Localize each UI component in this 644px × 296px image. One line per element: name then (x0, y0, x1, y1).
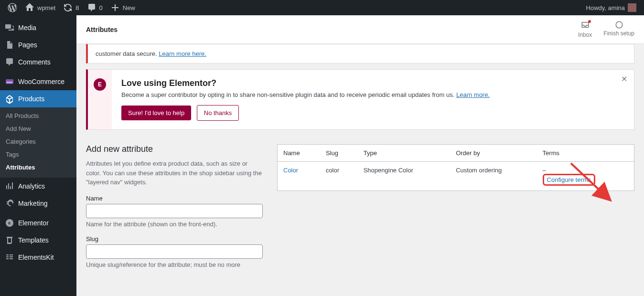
pages-icon (5, 40, 14, 50)
page-title: Attributes (86, 26, 118, 33)
elementor-learn-more-link[interactable]: Learn more. (456, 91, 490, 98)
th-name: Name (278, 145, 320, 162)
slug-label: Slug (86, 235, 263, 243)
elementor-accept-button[interactable]: Sure! I'd love to help (121, 106, 191, 120)
content-area: Attributes Inbox Finish setup customer d… (76, 15, 644, 296)
elementor-notice: E Love using Elementor? Become a super c… (86, 69, 634, 130)
site-name: wpmet (37, 4, 55, 11)
submenu-add-new[interactable]: Add New (0, 122, 76, 135)
products-submenu: All Products Add New Categories Tags Att… (0, 107, 76, 178)
templates-icon (5, 235, 14, 245)
elementor-close-button[interactable]: ✕ (621, 74, 627, 84)
configure-terms-highlight: Configure terms (543, 174, 595, 186)
submenu-tags[interactable]: Tags (0, 148, 76, 161)
configure-terms-link[interactable]: Configure terms (547, 176, 591, 183)
avatar (628, 3, 636, 12)
plus-icon (110, 3, 120, 12)
th-type: Type (358, 145, 450, 162)
products-icon (5, 94, 14, 104)
submenu-categories[interactable]: Categories (0, 135, 76, 148)
new-content-link[interactable]: New (107, 0, 139, 15)
updates-count: 8 (75, 4, 79, 11)
updates-link[interactable]: 8 (59, 0, 83, 15)
woocommerce-icon: woo (5, 77, 14, 86)
security-notice: customer data secure. Learn more here. (86, 44, 634, 63)
howdy-text: Howdy, amina (586, 4, 625, 11)
admin-bar: wpmet 8 0 New Howdy, amina (0, 0, 644, 15)
sidebar-item-products[interactable]: Products (0, 90, 76, 107)
new-label: New (123, 4, 135, 11)
attr-slug: color (320, 162, 358, 191)
elementor-decline-button[interactable]: No thanks (197, 105, 239, 121)
attr-terms-dash: – (543, 167, 546, 174)
slug-help: Unique slug/reference for the attribute;… (86, 261, 263, 269)
comments-link[interactable]: 0 (83, 0, 107, 15)
submenu-all-products[interactable]: All Products (0, 109, 76, 122)
elementor-desc: Become a super contributor by opting in … (121, 91, 624, 98)
attributes-table-wrap: Name Slug Type Order by Terms Color colo… (277, 144, 634, 191)
attributes-table: Name Slug Type Order by Terms Color colo… (277, 144, 634, 191)
elementor-icon: E (5, 218, 14, 228)
form-intro: Attributes let you define extra product … (86, 159, 263, 187)
comment-icon (87, 3, 97, 12)
circle-icon (615, 21, 623, 29)
home-icon (25, 3, 34, 12)
svg-text:woo: woo (6, 81, 12, 84)
table-row: Color color Shopengine Color Custom orde… (278, 162, 634, 191)
sidebar-item-comments[interactable]: Comments (0, 53, 76, 71)
wordpress-icon (8, 3, 17, 12)
content-topbar: Attributes Inbox Finish setup (76, 15, 644, 44)
sidebar-item-elementskit[interactable]: ElementsKit (0, 249, 76, 266)
name-input[interactable] (86, 204, 263, 218)
name-label: Name (86, 195, 263, 202)
refresh-icon (63, 3, 73, 12)
site-name-link[interactable]: wpmet (21, 0, 59, 15)
elementor-strip: E (88, 70, 112, 129)
finish-setup-button[interactable]: Finish setup (603, 21, 634, 38)
inbox-icon (581, 21, 590, 29)
wp-logo-menu[interactable] (4, 0, 21, 15)
form-heading: Add new attribute (86, 144, 263, 154)
my-account[interactable]: Howdy, amina (582, 0, 640, 15)
elementskit-icon (5, 253, 14, 262)
elementor-title: Love using Elementor? (121, 78, 624, 88)
sidebar-item-marketing[interactable]: Marketing (0, 195, 76, 212)
comments-icon (5, 57, 14, 67)
sidebar-item-woocommerce[interactable]: woo WooCommerce (0, 73, 76, 90)
add-attribute-form: Add new attribute Attributes let you def… (86, 144, 263, 269)
sidebar-item-templates[interactable]: Templates (0, 232, 76, 249)
sidebar-item-elementor[interactable]: E Elementor (0, 214, 76, 232)
comments-count: 0 (99, 4, 103, 11)
attr-name-link[interactable]: Color (283, 167, 298, 174)
svg-text:E: E (8, 221, 11, 225)
admin-sidebar: Media Pages Comments woo WooCommerce Pro… (0, 15, 76, 296)
media-icon (5, 23, 14, 32)
th-order-by: Order by (450, 145, 537, 162)
notice-learn-more-link[interactable]: Learn more here. (159, 50, 206, 57)
name-help: Name for the attribute (shown on the fro… (86, 220, 263, 229)
slug-input[interactable] (86, 244, 263, 259)
th-slug: Slug (320, 145, 358, 162)
svg-point-4 (616, 21, 623, 28)
sidebar-item-media[interactable]: Media (0, 19, 76, 36)
sidebar-item-analytics[interactable]: Analytics (0, 178, 76, 195)
inbox-button[interactable]: Inbox (578, 21, 592, 38)
attr-order-by: Custom ordering (450, 162, 537, 191)
notice-text: customer data secure. (96, 50, 159, 57)
elementor-badge-icon: E (94, 78, 106, 91)
th-terms: Terms (537, 145, 634, 162)
sidebar-item-pages[interactable]: Pages (0, 36, 76, 53)
submenu-attributes[interactable]: Attributes (0, 161, 76, 174)
analytics-icon (5, 181, 14, 191)
marketing-icon (5, 199, 14, 208)
attr-type: Shopengine Color (358, 162, 450, 191)
